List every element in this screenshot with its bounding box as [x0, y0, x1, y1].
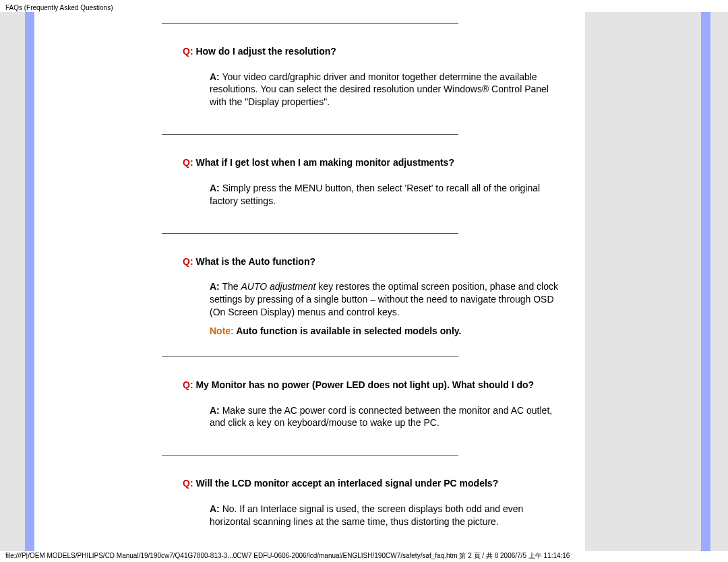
a-prefix: A: — [210, 405, 220, 416]
a-text-italic: AUTO adjustment — [241, 281, 315, 292]
a-prefix: A: — [210, 183, 220, 193]
q-text: My Monitor has no power (Power LED does … — [193, 379, 535, 390]
divider — [162, 23, 458, 24]
faq-answer: A: Make sure the AC power cord is connec… — [210, 404, 565, 430]
note-prefix: Note: — [210, 325, 234, 336]
faq-question: Q: How do I adjust the resolution? — [183, 45, 572, 59]
faq-question: Q: Will the LCD monitor accept an interl… — [183, 477, 572, 491]
faq-answer: A: No. If an Interlace signal is used, t… — [210, 503, 565, 528]
divider — [162, 134, 458, 135]
divider — [162, 356, 458, 357]
faq-answer: A: The AUTO adjustment key restores the … — [210, 280, 565, 319]
a-text: Make sure the AC power cord is connected… — [210, 405, 552, 429]
divider — [162, 233, 458, 234]
faq-item: Q: What is the Auto function? A: The AUT… — [48, 255, 572, 336]
a-text: Simply press the MENU button, then selec… — [210, 183, 540, 206]
a-prefix: A: — [210, 503, 220, 514]
faq-answer: A: Your video card/graphic driver and mo… — [210, 71, 565, 109]
faq-item: Q: My Monitor has no power (Power LED do… — [48, 379, 572, 429]
q-text: What if I get lost when I am making moni… — [193, 157, 454, 168]
faq-item: Q: What if I get lost when I am making m… — [48, 156, 572, 207]
q-text: Will the LCD monitor accept an interlace… — [193, 478, 499, 489]
q-prefix: Q: — [183, 478, 193, 489]
q-text: What is the Auto function? — [193, 256, 315, 267]
faq-item: Q: How do I adjust the resolution? A: Yo… — [48, 45, 572, 108]
faq-answer: A: Simply press the MENU button, then se… — [210, 182, 565, 208]
footer-path: file:///P|/OEM MODELS/PHILIPS/CD Manual/… — [5, 551, 570, 561]
window-title: FAQs (Frequently Asked Questions) — [5, 4, 113, 11]
faq-item: Q: Will the LCD monitor accept an interl… — [48, 477, 572, 528]
note-text: Auto function is available in selected m… — [234, 325, 462, 336]
a-prefix: A: — [210, 71, 220, 82]
q-prefix: Q: — [183, 256, 193, 267]
q-prefix: Q: — [183, 157, 193, 168]
faq-note: Note: Auto function is available in sele… — [210, 325, 565, 336]
faq-question: Q: My Monitor has no power (Power LED do… — [183, 379, 572, 392]
right-accent-bar — [701, 12, 710, 551]
q-text: How do I adjust the resolution? — [193, 46, 336, 57]
q-prefix: Q: — [183, 379, 193, 390]
a-text: Your video card/graphic driver and monit… — [210, 71, 549, 108]
faq-question: Q: What is the Auto function? — [183, 255, 572, 269]
content-panel: Q: How do I adjust the resolution? A: Yo… — [34, 12, 585, 551]
a-text: No. If an Interlace signal is used, the … — [210, 503, 523, 527]
faq-question: Q: What if I get lost when I am making m… — [183, 156, 572, 170]
page-background: Q: How do I adjust the resolution? A: Yo… — [0, 12, 728, 551]
left-accent-bar — [25, 12, 34, 551]
divider — [162, 455, 458, 456]
q-prefix: Q: — [183, 46, 193, 57]
a-prefix: A: — [210, 281, 220, 292]
a-text-pre: The — [220, 281, 241, 292]
